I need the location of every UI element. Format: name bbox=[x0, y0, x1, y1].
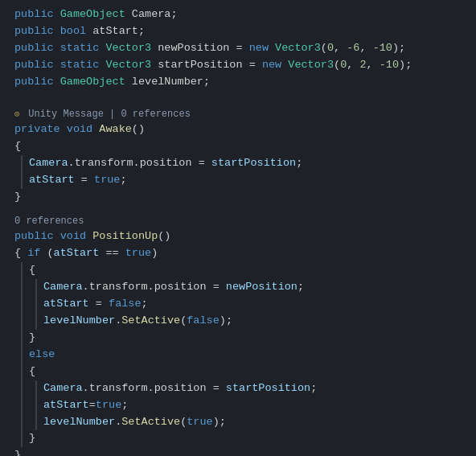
token-fn: SetActive bbox=[121, 414, 180, 431]
token-kw: bool bbox=[60, 23, 86, 40]
token-plain: . bbox=[115, 414, 121, 431]
code-line: public static Vector3 startPosition = ne… bbox=[0, 57, 476, 74]
token-plain: ); bbox=[220, 313, 232, 330]
token-punc: == bbox=[105, 245, 118, 262]
ref-text: 0 references bbox=[14, 214, 84, 229]
token-kw: void bbox=[60, 228, 93, 245]
token-fn: PositionUp bbox=[92, 228, 158, 245]
token-plain: , bbox=[334, 40, 347, 57]
token-num: -10 bbox=[373, 40, 392, 57]
token-var: atStart bbox=[29, 172, 75, 189]
token-plain: .transform.position bbox=[68, 155, 199, 172]
token-plain: Camera; bbox=[125, 6, 178, 23]
token-plain: () bbox=[158, 228, 170, 245]
token-kw: public bbox=[14, 6, 60, 23]
token-plain: , bbox=[359, 40, 372, 57]
brace-text: } bbox=[14, 189, 21, 206]
token-plain: startPosition bbox=[151, 57, 249, 74]
code-line: } bbox=[0, 430, 476, 447]
token-plain: ( bbox=[180, 313, 187, 330]
token-kw: void bbox=[67, 121, 100, 138]
token-plain: ( bbox=[40, 245, 53, 262]
brace-line: } bbox=[0, 447, 476, 456]
token-plain: () bbox=[132, 121, 145, 138]
token-plain bbox=[119, 245, 125, 262]
token-punc: = bbox=[199, 155, 211, 172]
token-plain: . bbox=[115, 313, 121, 330]
token-kw: true bbox=[96, 397, 121, 414]
code-line: public void PositionUp() bbox=[0, 228, 476, 245]
token-type: Vector3 bbox=[288, 57, 334, 74]
token-kw: else bbox=[29, 347, 55, 364]
code-line: Camera.transform.position = newPosition; bbox=[0, 279, 476, 296]
annotation-line: ⊙ Unity Message | 0 references bbox=[0, 107, 476, 122]
annotation-text: Unity Message | 0 references bbox=[28, 107, 191, 122]
indent-bar bbox=[35, 380, 37, 397]
token-plain: newPosition bbox=[151, 40, 236, 57]
token-var: newPosition bbox=[226, 279, 298, 296]
token-num: 2 bbox=[359, 57, 366, 74]
indent-bar-2 bbox=[21, 397, 23, 414]
token-var: startPosition bbox=[226, 380, 310, 397]
token-punc: = bbox=[236, 40, 248, 57]
token-kw: if bbox=[27, 245, 40, 262]
token-type: GameObject bbox=[60, 74, 125, 91]
token-kw: public bbox=[14, 57, 60, 74]
token-plain: ( bbox=[180, 414, 187, 431]
token-punc: = bbox=[89, 397, 96, 414]
empty-line bbox=[0, 206, 476, 214]
empty-line bbox=[0, 99, 476, 107]
token-var: atStart bbox=[43, 296, 89, 313]
indent-bar bbox=[35, 279, 37, 296]
code-line: levelNumber.SetActive(true); bbox=[0, 414, 476, 431]
ref-line: 0 references bbox=[0, 214, 476, 229]
token-kw: true bbox=[187, 414, 212, 431]
token-punc: = bbox=[213, 380, 226, 397]
token-plain: } bbox=[29, 430, 35, 447]
token-plain bbox=[75, 172, 81, 189]
token-var: Camera bbox=[43, 279, 83, 296]
code-line: { bbox=[0, 262, 476, 279]
token-plain: .transform.position bbox=[83, 380, 213, 397]
code-line: public GameObject Camera; bbox=[0, 6, 476, 23]
token-plain: , bbox=[367, 57, 380, 74]
token-type: Vector3 bbox=[105, 57, 151, 74]
token-punc: = bbox=[96, 296, 109, 313]
indent-bar bbox=[21, 430, 23, 447]
token-var: startPosition bbox=[211, 155, 296, 172]
token-kw: static bbox=[60, 40, 106, 57]
indent-bar bbox=[35, 313, 37, 330]
code-line: atStart = false; bbox=[0, 296, 476, 313]
token-plain: { bbox=[14, 245, 27, 262]
token-punc: = bbox=[249, 57, 262, 74]
token-num: -10 bbox=[380, 57, 399, 74]
indent-bar-2 bbox=[21, 313, 23, 330]
brace-line: { bbox=[0, 138, 476, 155]
token-var: atStart bbox=[54, 245, 100, 262]
token-fn: SetActive bbox=[121, 313, 180, 330]
token-num: -6 bbox=[347, 40, 359, 57]
brace-line: } bbox=[0, 189, 476, 206]
token-kw: new bbox=[249, 40, 275, 57]
token-plain: ; bbox=[121, 397, 128, 414]
indent-bar-2 bbox=[21, 380, 23, 397]
indent-bar-2 bbox=[21, 296, 23, 313]
code-line: atStart=true; bbox=[0, 397, 476, 414]
token-plain: levelNumber; bbox=[125, 74, 210, 91]
code-line: levelNumber.SetActive(false); bbox=[0, 313, 476, 330]
indent-bar bbox=[35, 397, 37, 414]
token-type: GameObject bbox=[60, 6, 125, 23]
token-kw: true bbox=[125, 245, 151, 262]
token-kw: public bbox=[14, 40, 60, 57]
token-plain: .transform.position bbox=[83, 279, 213, 296]
token-plain: ; bbox=[120, 172, 126, 189]
token-var: Camera bbox=[43, 380, 83, 397]
token-plain bbox=[99, 245, 105, 262]
token-plain: ; bbox=[310, 380, 317, 397]
token-punc: = bbox=[213, 279, 226, 296]
token-plain: ( bbox=[321, 40, 327, 57]
code-line: atStart = true; bbox=[0, 172, 476, 189]
token-var: levelNumber bbox=[43, 313, 115, 330]
token-plain: ; bbox=[142, 296, 148, 313]
token-plain: ; bbox=[298, 279, 304, 296]
